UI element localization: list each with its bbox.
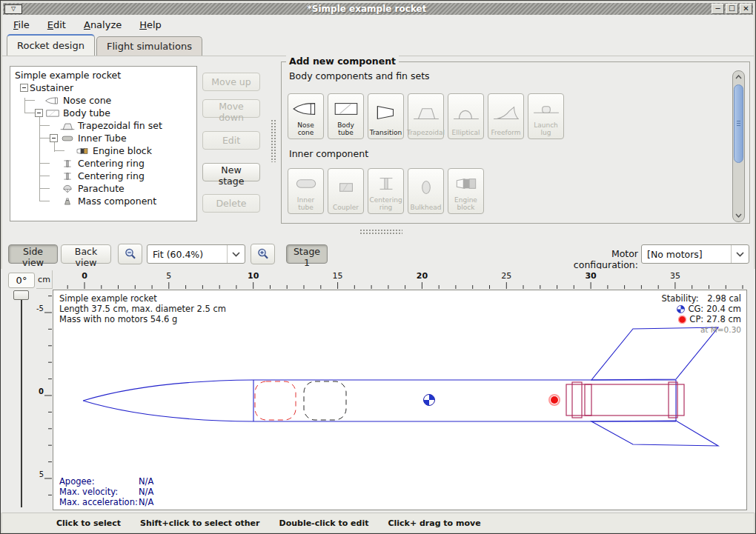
component-button-label: Trapezoidal [407, 129, 445, 136]
minimize-button[interactable]: ─ [712, 4, 724, 14]
menu-analyze[interactable]: Analyze [77, 17, 128, 33]
mass-component-outline[interactable] [304, 381, 346, 420]
component-button-label: Coupler [333, 204, 359, 211]
stability-info: Stability: 2.98 cal CG: 20.4 cm CP: 2 [661, 293, 741, 335]
tree-item-mass-component[interactable]: Mass component [10, 195, 196, 207]
rocket-canvas[interactable]: Simple example rocket Length 37.5 cm, ma… [53, 290, 747, 510]
add-body-tube-button[interactable]: Body tube [328, 93, 364, 139]
edit-button[interactable]: Edit [202, 131, 260, 150]
cg-marker[interactable] [424, 395, 435, 406]
tab-flight-simulations[interactable]: Flight simulations [96, 36, 202, 56]
status-hint: Shift+click to select other [140, 518, 260, 528]
component-tree[interactable]: Simple example rocketSustainerNose coneB… [10, 66, 197, 221]
component-button-label: Freeform [491, 129, 520, 136]
component-button-label: Elliptical [452, 129, 480, 136]
flight-stat-value: N/A [139, 487, 153, 497]
add-transition-button[interactable]: Transition [368, 93, 404, 139]
rotation-slider-track[interactable] [21, 296, 22, 507]
menu-edit[interactable]: Edit [41, 17, 73, 33]
parachute-icon [59, 184, 76, 194]
launch-lug-icon [532, 99, 560, 119]
svg-text:30: 30 [585, 271, 597, 281]
rocket-mass: Mass with no motors 54.6 g [59, 314, 226, 324]
tab-bar: Rocket design Flight simulations [2, 34, 754, 56]
tree-item-inner-tube[interactable]: Inner Tube [10, 132, 196, 144]
tree-item-engine-block[interactable]: Engine block [10, 144, 196, 157]
rotation-slider-handle[interactable] [13, 290, 29, 300]
tree-expander-icon[interactable] [20, 84, 28, 92]
component-scrollbar[interactable] [732, 70, 745, 222]
add-launch-lug-button[interactable]: Launch lug [528, 93, 564, 139]
rocket-view-area: 0° cm 05101520253035 -505 [1, 269, 756, 513]
tree-item-parachute[interactable]: Parachute [10, 182, 196, 195]
svg-text:15: 15 [333, 271, 343, 281]
scroll-up-icon[interactable] [733, 72, 744, 82]
window-menu-icon[interactable]: ▽ [4, 4, 22, 14]
add-component-group: Add new component Body components and fi… [281, 61, 750, 224]
nose-cone-icon [292, 99, 320, 119]
flight-stats: Apogee:N/AMax. velocity:N/AMax. accelera… [59, 476, 153, 507]
status-hint: Double-click to edit [279, 518, 369, 528]
chevron-down-icon[interactable] [731, 245, 749, 263]
horizontal-splitter[interactable] [359, 229, 402, 235]
flight-stat-label: Max. velocity: [59, 487, 139, 497]
add-bulkhead-button[interactable]: Bulkhead [408, 168, 444, 214]
menu-help[interactable]: Help [133, 17, 168, 33]
rocket-dimensions: Length 37.5 cm, max. diameter 2.5 cm [59, 304, 226, 314]
tree-item-label: Trapezoidal fin set [78, 120, 162, 131]
tree-item-nose-cone[interactable]: Nose cone [10, 94, 196, 107]
back-view-button[interactable]: Back view [61, 244, 111, 264]
rocket-name: Simple example rocket [59, 293, 226, 304]
tree-item-centering-ring[interactable]: Centering ring [10, 170, 196, 182]
title-bar[interactable]: ▽ *Simple example rocket ─ ☐ ✕ [3, 3, 753, 15]
zoom-in-button[interactable] [251, 244, 275, 264]
tab-rocket-design[interactable]: Rocket design [7, 34, 95, 56]
close-button[interactable]: ✕ [740, 4, 752, 14]
zoom-select[interactable]: Fit (60.4%) [147, 244, 245, 264]
zoom-out-button[interactable] [118, 244, 142, 264]
new-stage-button[interactable]: New stage [202, 163, 260, 181]
svg-text:25: 25 [501, 271, 511, 281]
add-elliptical-button[interactable]: Elliptical [448, 93, 484, 139]
add-inner-tube-button[interactable]: Inner tube [288, 168, 324, 214]
menu-file[interactable]: File [7, 17, 36, 33]
add-engine-block-button[interactable]: Engine block [448, 168, 484, 214]
centering-ring-icon [59, 158, 76, 169]
add-component-title: Add new component [286, 56, 399, 67]
zoom-in-icon [256, 247, 270, 261]
horizontal-ruler: 05101520253035 [53, 269, 748, 290]
move-up-button[interactable]: Move up [202, 73, 260, 91]
tree-expander-icon[interactable] [50, 134, 58, 142]
tree-item-sustainer[interactable]: Sustainer [10, 81, 196, 94]
add-freeform-button[interactable]: Freeform [488, 93, 524, 139]
tree-item-centering-ring[interactable]: Centering ring [10, 157, 196, 170]
chevron-down-icon[interactable] [227, 245, 245, 263]
scrollbar-thumb[interactable] [734, 84, 743, 163]
stage-1-toggle[interactable]: Stage 1 [286, 244, 328, 264]
add-coupler-button[interactable]: Coupler [328, 168, 364, 214]
cg-label: CG: [688, 304, 703, 314]
tree-item-trapezoidal-fin-set[interactable]: Trapezoidal fin set [10, 119, 196, 132]
svg-text:0: 0 [82, 271, 87, 281]
add-centering-ring-button[interactable]: Centering ring [368, 168, 404, 214]
inner-tube-icon [59, 133, 76, 144]
parachute-outline[interactable] [255, 381, 296, 420]
add-trapezoidal-button[interactable]: Trapezoidal [408, 93, 444, 139]
motor-configuration-select[interactable]: [No motors] [641, 244, 749, 264]
add-nose-cone-button[interactable]: Nose cone [288, 93, 324, 139]
tree-item-simple-example-rocket[interactable]: Simple example rocket [10, 69, 196, 81]
vertical-splitter[interactable] [271, 119, 276, 162]
cp-marker[interactable] [549, 395, 560, 405]
scroll-down-icon[interactable] [733, 210, 744, 221]
flight-stat-value: N/A [139, 497, 153, 507]
cp-label: CP: [689, 314, 703, 324]
delete-button[interactable]: Delete [202, 194, 260, 213]
maximize-button[interactable]: ☐ [726, 4, 738, 14]
tree-expander-icon[interactable] [35, 109, 43, 117]
window-title: *Simple example rocket [22, 3, 712, 15]
tree-item-label: Engine block [93, 145, 152, 156]
side-view-button[interactable]: Side view [8, 244, 58, 264]
tree-item-body-tube[interactable]: Body tube [10, 107, 196, 119]
transition-icon [372, 103, 400, 122]
move-down-button[interactable]: Move down [202, 99, 260, 118]
